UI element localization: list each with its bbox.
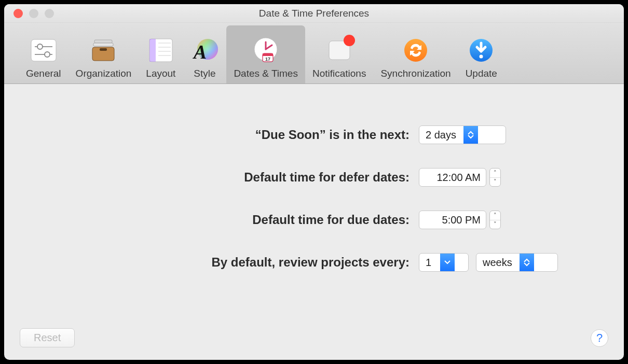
- style-icon: A: [190, 36, 219, 65]
- zoom-button[interactable]: [45, 9, 54, 18]
- review-count-value: 1: [419, 257, 440, 269]
- svg-point-26: [404, 39, 427, 62]
- window-title: Date & Time Preferences: [4, 8, 624, 19]
- svg-text:17: 17: [265, 57, 270, 62]
- reset-button[interactable]: Reset: [20, 328, 75, 347]
- chevron-down-icon: ˅: [490, 220, 500, 229]
- svg-point-2: [37, 44, 43, 49]
- svg-rect-11: [149, 39, 156, 62]
- due-time-input[interactable]: [419, 211, 486, 229]
- tab-label: Dates & Times: [234, 68, 298, 79]
- svg-point-28: [480, 55, 483, 59]
- footer: Reset ?: [4, 328, 624, 347]
- minimize-button[interactable]: [29, 9, 38, 18]
- clock-calendar-icon: 17: [251, 36, 280, 65]
- due-soon-value: 2 days: [419, 129, 463, 141]
- sliders-icon: [29, 36, 58, 65]
- review-label: By default, review projects every:: [70, 255, 409, 270]
- updown-arrows-icon: [463, 126, 478, 144]
- review-unit-value: weeks: [476, 257, 520, 269]
- defer-time-stepper[interactable]: ˄ ˅: [489, 168, 501, 187]
- close-button[interactable]: [13, 9, 23, 18]
- due-time-stepper[interactable]: ˄ ˅: [489, 211, 501, 229]
- layout-columns-icon: [146, 36, 175, 65]
- review-count-popup[interactable]: 1: [419, 253, 469, 272]
- due-soon-label: “Due Soon” is in the next:: [70, 128, 409, 142]
- traffic-lights: [4, 9, 54, 18]
- chevron-down-icon: [440, 254, 455, 271]
- chevron-up-icon: ˄: [490, 169, 500, 178]
- svg-rect-23: [263, 53, 273, 56]
- chevron-up-icon: ˄: [490, 211, 500, 220]
- help-button[interactable]: ?: [591, 329, 608, 347]
- svg-point-4: [45, 52, 50, 57]
- updown-arrows-icon: [520, 254, 534, 271]
- svg-rect-0: [31, 39, 56, 61]
- preferences-window: Date & Time Preferences General: [4, 4, 624, 360]
- download-icon: [467, 36, 496, 65]
- tab-label: Style: [194, 68, 215, 79]
- tab-synchronization[interactable]: Synchronization: [373, 25, 458, 83]
- review-unit-popup[interactable]: weeks: [476, 253, 558, 272]
- tab-general[interactable]: General: [19, 25, 69, 83]
- tab-label: Layout: [146, 68, 175, 79]
- svg-rect-8: [94, 40, 112, 43]
- titlebar: Date & Time Preferences: [4, 4, 624, 23]
- tab-organization[interactable]: Organization: [69, 25, 139, 83]
- tab-label: Synchronization: [380, 68, 450, 79]
- drawer-icon: [89, 36, 118, 65]
- notification-icon: [325, 36, 354, 65]
- tab-label: General: [26, 68, 61, 79]
- svg-rect-7: [100, 48, 107, 51]
- due-time-label: Default time for due dates:: [70, 213, 409, 227]
- svg-rect-9: [93, 43, 113, 46]
- defer-time-label: Default time for defer dates:: [70, 170, 409, 185]
- tab-layout[interactable]: Layout: [139, 25, 183, 83]
- tab-update[interactable]: Update: [458, 25, 504, 83]
- notification-badge-icon: [344, 35, 355, 46]
- defer-time-input[interactable]: [419, 168, 486, 187]
- settings-form: “Due Soon” is in the next: 2 days Defaul…: [70, 125, 558, 272]
- tab-label: Organization: [76, 68, 132, 79]
- chevron-down-icon: ˅: [490, 178, 500, 187]
- due-soon-popup[interactable]: 2 days: [419, 125, 506, 144]
- question-mark-icon: ?: [596, 331, 603, 345]
- tab-label: Notifications: [312, 68, 366, 79]
- tab-dates-times[interactable]: 17 Dates & Times: [226, 25, 305, 83]
- tab-notifications[interactable]: Notifications: [305, 25, 374, 83]
- toolbar: General Organization: [4, 23, 624, 84]
- tab-label: Update: [466, 68, 497, 79]
- content-pane: “Due Soon” is in the next: 2 days Defaul…: [4, 84, 624, 360]
- tab-style[interactable]: A Style: [183, 25, 226, 83]
- svg-text:A: A: [193, 41, 207, 63]
- sync-icon: [401, 36, 430, 65]
